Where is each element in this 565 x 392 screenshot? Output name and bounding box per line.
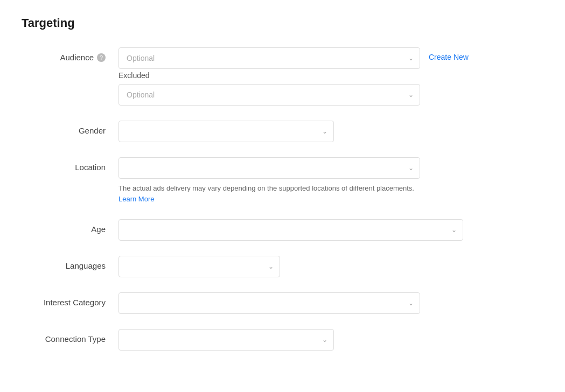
- interest-category-label: Interest Category: [22, 292, 118, 307]
- location-row: Location ⌄ The actual ads delivery may v…: [22, 157, 543, 204]
- interest-category-select[interactable]: [118, 292, 420, 314]
- connection-type-select[interactable]: [118, 329, 334, 351]
- page-container: Targeting Audience ? Optional: [22, 16, 543, 366]
- gender-select-wrapper: ⌄: [118, 121, 334, 142]
- connection-type-label: Connection Type: [22, 329, 118, 344]
- audience-select[interactable]: Optional: [118, 47, 420, 69]
- languages-row: Languages ⌄: [22, 256, 543, 277]
- audience-label: Audience ?: [22, 47, 118, 62]
- targeting-form: Audience ? Optional ⌄ Excluded: [22, 47, 543, 366]
- age-select[interactable]: [118, 219, 463, 241]
- create-new-button[interactable]: Create New: [429, 47, 469, 67]
- location-helper-text: The actual ads delivery may vary dependi…: [118, 183, 420, 204]
- location-select-wrapper: ⌄: [118, 157, 420, 179]
- connection-type-row: Connection Type ⌄: [22, 329, 543, 351]
- excluded-select-wrapper: Optional ⌄: [118, 84, 420, 106]
- location-controls: ⌄ The actual ads delivery may vary depen…: [118, 157, 420, 204]
- age-select-wrapper: ⌄: [118, 219, 463, 241]
- audience-select-col: Optional ⌄ Excluded Optional ⌄: [118, 47, 420, 106]
- gender-row: Gender ⌄: [22, 121, 543, 142]
- audience-help-icon[interactable]: ?: [97, 53, 106, 62]
- location-label: Location: [22, 157, 118, 172]
- audience-controls: Optional ⌄ Excluded Optional ⌄ Create Ne…: [118, 47, 543, 106]
- gender-select[interactable]: [118, 121, 334, 142]
- page-title: Targeting: [22, 16, 543, 30]
- excluded-label: Excluded: [118, 71, 420, 80]
- languages-label: Languages: [22, 256, 118, 270]
- interest-category-select-wrapper: ⌄: [118, 292, 420, 314]
- audience-row: Audience ? Optional ⌄ Excluded: [22, 47, 543, 106]
- audience-select-wrapper: Optional ⌄: [118, 47, 420, 69]
- connection-type-select-wrapper: ⌄: [118, 329, 334, 351]
- languages-select-wrapper: ⌄: [118, 256, 280, 277]
- excluded-select[interactable]: Optional: [118, 84, 420, 106]
- age-row: Age ⌄: [22, 219, 543, 241]
- languages-select[interactable]: [118, 256, 280, 277]
- gender-label: Gender: [22, 121, 118, 135]
- learn-more-link[interactable]: Learn More: [118, 195, 154, 203]
- interest-category-row: Interest Category ⌄: [22, 292, 543, 314]
- age-label: Age: [22, 219, 118, 234]
- location-select[interactable]: [118, 157, 420, 179]
